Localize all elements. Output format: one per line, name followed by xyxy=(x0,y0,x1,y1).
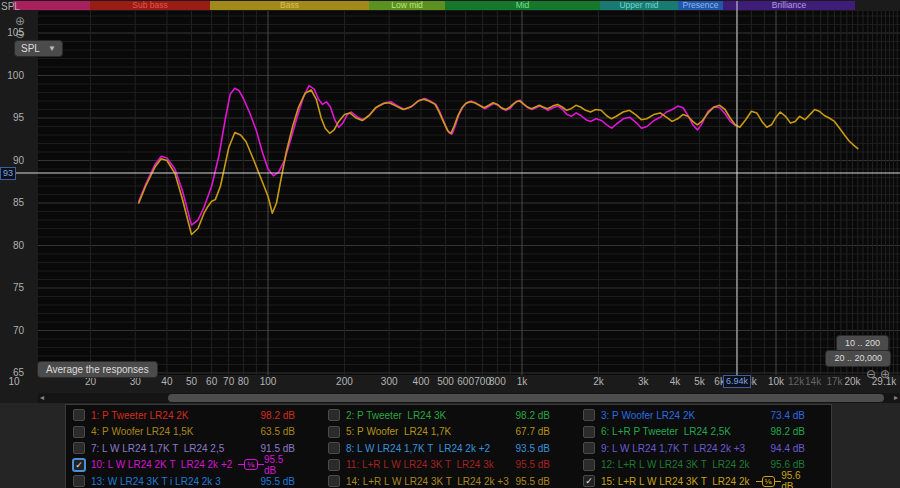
trace-level-value: 98.2 dB xyxy=(261,410,295,421)
scrollbar-handle[interactable] xyxy=(168,394,884,402)
x-zoom-out-icon[interactable]: ⊖ xyxy=(866,368,876,380)
trace-checkbox[interactable] xyxy=(73,426,85,438)
trace-checkbox[interactable] xyxy=(328,426,340,438)
band-label: Low mid xyxy=(391,0,423,10)
spl-axis-dropdown[interactable]: SPL ▼ xyxy=(15,41,62,56)
legend-row[interactable]: 4: P Woofer LR24 1,5K63.5 dB xyxy=(66,424,321,441)
trace-level-value: 73.4 dB xyxy=(771,410,805,421)
x-tick-50: 50 xyxy=(186,376,197,387)
trace-label[interactable]: 13: W LR24 3K T i LR24 2k 3 xyxy=(91,476,221,487)
trace-label[interactable]: 11: L+R L W LR24 3K T LR24 3k xyxy=(346,459,494,470)
legend-row[interactable]: ✓10: L W LR24 2K T LR24 2k +2¹⁄₆95.5 dB xyxy=(66,457,321,474)
band-label: Bass xyxy=(280,0,299,10)
y-tick-70: 70 xyxy=(0,325,24,336)
y-tick-85: 85 xyxy=(0,197,24,208)
x-zoom-in-icon[interactable]: ⊕ xyxy=(880,368,890,380)
range-preset-10-200-button[interactable]: 10 .. 200 xyxy=(837,336,888,351)
average-responses-button[interactable]: Average the responses xyxy=(38,362,157,377)
scroll-left-icon[interactable]: ◂ xyxy=(40,393,44,403)
x-tick-500: 500 xyxy=(437,376,454,387)
trace-label[interactable]: 5: P Woofer LR24 1,7K xyxy=(346,426,451,437)
band-infra xyxy=(13,1,90,10)
y-zoom-in-icon[interactable]: ⊕ xyxy=(15,15,25,27)
spl-dropdown-label: SPL xyxy=(21,42,40,55)
x-tick-80: 80 xyxy=(238,376,249,387)
x-tick-60: 60 xyxy=(206,376,217,387)
trace-checkbox[interactable] xyxy=(583,409,595,421)
trace-checkbox[interactable] xyxy=(328,459,340,471)
trace-checkbox[interactable] xyxy=(328,442,340,454)
trace-checkbox[interactable] xyxy=(73,442,85,454)
x-zoom-controls: ⊖ ⊕ xyxy=(866,368,890,380)
trace-checkbox[interactable] xyxy=(583,442,595,454)
trace-label[interactable]: 3: P Woofer LR24 2K xyxy=(601,410,695,421)
x-tick-20: 20 xyxy=(85,376,96,387)
trace-checkbox[interactable] xyxy=(328,475,340,487)
legend-row[interactable]: 14: L+R L W LR24 3K T LR24 2k +395.5 dB xyxy=(321,473,576,488)
trace-checkbox[interactable] xyxy=(73,409,85,421)
range-preset-20-20000-button[interactable]: 20 .. 20,000 xyxy=(826,351,890,366)
legend-row[interactable]: 2: P Tweeter LR24 3K98.2 dB xyxy=(321,407,576,424)
band-label: Brilliance xyxy=(772,0,807,10)
y-tick-105: 105 xyxy=(0,27,24,38)
legend-column: 2: P Tweeter LR24 3K98.2 dB5: P Woofer L… xyxy=(321,407,576,488)
trace-label[interactable]: 1: P Tweeter LR24 2K xyxy=(91,410,188,421)
band-label: Upper mid xyxy=(619,0,658,10)
x-tick-200: 200 xyxy=(336,376,353,387)
trace-checkbox[interactable] xyxy=(583,426,595,438)
legend-row[interactable]: 3: P Woofer LR24 2K73.4 dB xyxy=(576,407,831,424)
trace-checkbox-checked[interactable]: ✓ xyxy=(73,459,85,471)
trace-label[interactable]: 2: P Tweeter LR24 3K xyxy=(346,410,446,421)
x-tick-3k: 3k xyxy=(638,376,649,387)
legend-row[interactable]: 8: L W LR24 1,7K T LR24 2k +293.5 dB xyxy=(321,440,576,457)
x-tick-14k: 14k xyxy=(805,376,821,387)
trace-label[interactable]: 14: L+R L W LR24 3K T LR24 2k +3 xyxy=(346,476,509,487)
trace-checkbox[interactable] xyxy=(73,475,85,487)
scroll-right-icon[interactable]: ▸ xyxy=(894,393,898,403)
trace-label[interactable]: 7: L W LR24 1,7K T LR24 2,5 xyxy=(91,443,224,454)
trace-level-value: 91.5 dB xyxy=(261,443,295,454)
cursor-frequency-readout: 6.94k xyxy=(723,375,751,388)
trace-level-value: 98.2 dB xyxy=(516,410,550,421)
legend-row[interactable]: 5: P Woofer LR24 1,7K67.7 dB xyxy=(321,424,576,441)
y-tick-95: 95 xyxy=(0,112,24,123)
trace-label[interactable]: 9: L W LR24 1,7K T LR24 2k +3 xyxy=(601,443,745,454)
band-label: Mid xyxy=(516,0,530,10)
legend-column: 3: P Woofer LR24 2K73.4 dB6: L+R P Tweet… xyxy=(576,407,831,488)
smoothing-icon[interactable]: ¹⁄₆ xyxy=(238,459,264,470)
legend-row[interactable]: ✓15: L+R L W LR24 3K T LR24 2k¹⁄₆95.6 dB xyxy=(576,473,831,488)
trace-checkbox[interactable] xyxy=(328,409,340,421)
trace-label[interactable]: 10: L W LR24 2K T LR24 2k +2 xyxy=(91,459,232,470)
x-tick-10: 10 xyxy=(8,376,19,387)
trace-label[interactable]: 6: L+R P Tweeter LR24 2,5K xyxy=(601,426,731,437)
band-label: Presence xyxy=(683,0,719,10)
cursor-spl-readout: 93 xyxy=(0,167,16,180)
legend-row[interactable]: 9: L W LR24 1,7K T LR24 2k +394.4 dB xyxy=(576,440,831,457)
trace-checkbox-checked[interactable]: ✓ xyxy=(583,475,595,487)
chevron-down-icon: ▼ xyxy=(48,42,56,55)
trace-label[interactable]: 15: L+R L W LR24 3K T LR24 2k xyxy=(601,476,750,487)
x-tick-2k: 2k xyxy=(593,376,604,387)
y-axis-title: SPL xyxy=(1,1,20,12)
trace-checkbox[interactable] xyxy=(583,459,595,471)
x-tick-5k: 5k xyxy=(694,376,705,387)
smoothing-icon[interactable]: ¹⁄₆ xyxy=(756,476,782,487)
x-tick-600: 600 xyxy=(457,376,474,387)
trace-label[interactable]: 8: L W LR24 1,7K T LR24 2k +2 xyxy=(346,443,490,454)
trace-level-value: 94.4 dB xyxy=(771,443,805,454)
horizontal-scrollbar[interactable]: ◂ ▸ xyxy=(38,393,900,403)
x-tick-12k: 12k xyxy=(788,376,804,387)
x-tick-70: 70 xyxy=(223,376,234,387)
trace-label[interactable]: 12: L+R L W LR24 3K T LR24 2k xyxy=(601,459,750,470)
x-tick-4k: 4k xyxy=(670,376,681,387)
legend-row[interactable]: 11: L+R L W LR24 3K T LR24 3k95.5 dB xyxy=(321,457,576,474)
x-tick-17k: 17k xyxy=(826,376,842,387)
x-tick-30: 30 xyxy=(130,376,141,387)
frequency-response-chart[interactable]: Sub bassBassLow midMidUpper midPresenceB… xyxy=(0,0,900,392)
legend-row[interactable]: 6: L+R P Tweeter LR24 2,5K98.2 dB xyxy=(576,424,831,441)
x-tick-800: 800 xyxy=(489,376,506,387)
trace-label[interactable]: 4: P Woofer LR24 1,5K xyxy=(91,426,193,437)
spl-measurement-app: Sub bassBassLow midMidUpper midPresenceB… xyxy=(0,0,900,488)
legend-row[interactable]: 13: W LR24 3K T i LR24 2k 395.5 dB xyxy=(66,473,321,488)
legend-row[interactable]: 1: P Tweeter LR24 2K98.2 dB xyxy=(66,407,321,424)
